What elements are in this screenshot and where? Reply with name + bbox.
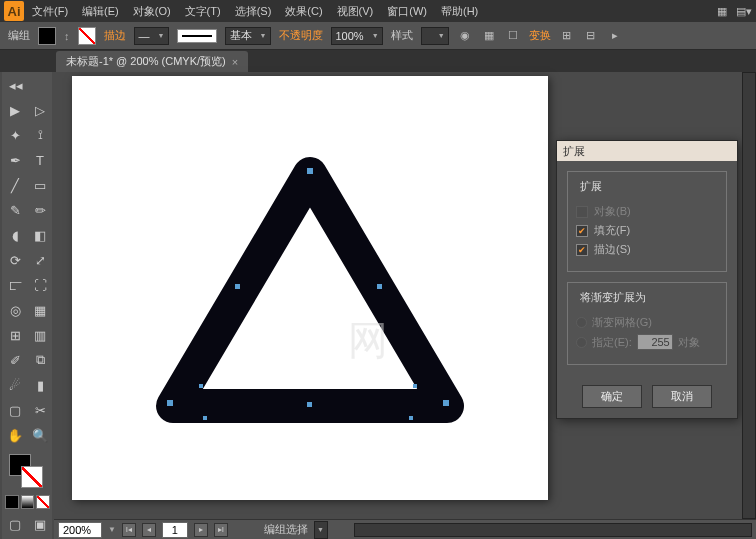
expand-section-title: 扩展 (576, 179, 606, 194)
fill-swatch[interactable] (38, 27, 56, 45)
prev-artboard-button[interactable]: ◂ (142, 523, 156, 537)
document-tab[interactable]: 未标题-1* @ 200% (CMYK/预览) × (56, 51, 248, 72)
options-bar: 编组 ↕ 描边 — 基本 不透明度 100% 样式 ◉ ▦ ☐ 变换 ⊞ ⊟ ▸ (0, 22, 756, 50)
document-tabbar: 未标题-1* @ 200% (CMYK/预览) × (0, 50, 756, 72)
rectangle-tool[interactable]: ▭ (28, 173, 52, 197)
stroke-label[interactable]: 描边 (104, 28, 126, 43)
screen-mode-full[interactable]: ▣ (28, 512, 52, 536)
brush-preview[interactable] (177, 29, 217, 43)
slice-tool[interactable]: ✂ (28, 398, 52, 422)
last-artboard-button[interactable]: ▸I (214, 523, 228, 537)
next-artboard-button[interactable]: ▸ (194, 523, 208, 537)
rotate-tool[interactable]: ⟳ (3, 248, 27, 272)
checkbox-fill[interactable]: ✔ (576, 225, 588, 237)
recolor-icon[interactable]: ◉ (457, 28, 473, 44)
svg-rect-6 (199, 384, 203, 388)
blob-brush-tool[interactable]: ◖ (3, 223, 27, 247)
svg-rect-7 (413, 384, 417, 388)
paintbrush-tool[interactable]: ✎ (3, 198, 27, 222)
mesh-tool[interactable]: ⊞ (3, 323, 27, 347)
svg-rect-3 (235, 284, 240, 289)
direct-selection-tool[interactable]: ▷ (28, 98, 52, 122)
brush-select[interactable]: 基本 (225, 27, 271, 45)
type-tool[interactable]: T (28, 148, 52, 172)
zoom-input[interactable] (58, 522, 102, 538)
lasso-tool[interactable]: ⟟ (28, 123, 52, 147)
toolbox-collapse[interactable]: ◂◂ (3, 73, 27, 97)
opacity-select[interactable]: 100% (331, 27, 383, 45)
ok-button[interactable]: 确定 (582, 385, 642, 408)
horizontal-scrollbar[interactable] (354, 523, 752, 537)
menu-window[interactable]: 窗口(W) (381, 2, 433, 21)
first-artboard-button[interactable]: I◂ (122, 523, 136, 537)
status-mode-dropdown[interactable] (314, 521, 328, 539)
specify-unit-label: 对象 (678, 335, 700, 350)
transform-xy-icon[interactable]: ⊞ (559, 28, 575, 44)
swap-icon[interactable]: ↕ (64, 30, 70, 42)
magic-wand-tool[interactable]: ✦ (3, 123, 27, 147)
menu-type[interactable]: 文字(T) (179, 2, 227, 21)
transform-label[interactable]: 变换 (529, 28, 551, 43)
menu-effect[interactable]: 效果(C) (279, 2, 328, 21)
width-tool[interactable]: ⫍ (3, 273, 27, 297)
blend-tool[interactable]: ⧉ (28, 348, 52, 372)
screen-mode-normal[interactable]: ▢ (3, 512, 27, 536)
gradient-tool[interactable]: ▥ (28, 323, 52, 347)
line-tool[interactable]: ╱ (3, 173, 27, 197)
perspective-tool[interactable]: ▦ (28, 298, 52, 322)
arrange-icon[interactable]: ▤▾ (736, 3, 752, 19)
panel-tabbar[interactable]: 扩展 (557, 141, 737, 161)
menu-help[interactable]: 帮助(H) (435, 2, 484, 21)
artboard[interactable]: 网 (72, 76, 548, 500)
triangle-shape[interactable] (155, 156, 465, 436)
eyedropper-tool[interactable]: ✐ (3, 348, 27, 372)
stroke-weight-select[interactable]: — (134, 27, 169, 45)
color-mode-solid[interactable] (5, 495, 19, 509)
free-transform-tool[interactable]: ⛶ (28, 273, 52, 297)
menu-view[interactable]: 视图(V) (331, 2, 380, 21)
shape-builder-tool[interactable]: ◎ (3, 298, 27, 322)
checkbox-object (576, 206, 588, 218)
hand-tool[interactable]: ✋ (3, 423, 27, 447)
more-icon[interactable]: ▸ (607, 28, 623, 44)
style-select[interactable] (421, 27, 449, 45)
menu-file[interactable]: 文件(F) (26, 2, 74, 21)
checkbox-object-label: 对象(B) (594, 204, 631, 219)
zoom-tool[interactable]: 🔍 (28, 423, 52, 447)
scale-tool[interactable]: ⤢ (28, 248, 52, 272)
menu-edit[interactable]: 编辑(E) (76, 2, 125, 21)
opacity-label[interactable]: 不透明度 (279, 28, 323, 43)
artboard-tool[interactable]: ▢ (3, 398, 27, 422)
cancel-button[interactable]: 取消 (652, 385, 712, 408)
group-label: 编组 (8, 28, 30, 43)
transform-wh-icon[interactable]: ⊟ (583, 28, 599, 44)
selection-tool[interactable]: ▶ (3, 98, 27, 122)
symbol-sprayer-tool[interactable]: ☄ (3, 373, 27, 397)
stroke-swatch[interactable] (78, 27, 96, 45)
specify-count-input[interactable] (637, 334, 673, 350)
menu-object[interactable]: 对象(O) (127, 2, 177, 21)
zoom-dropdown-icon[interactable]: ▼ (108, 525, 116, 534)
graph-tool[interactable]: ▮ (28, 373, 52, 397)
menu-bar: Ai 文件(F) 编辑(E) 对象(O) 文字(T) 选择(S) 效果(C) 视… (0, 0, 756, 22)
artboard-number-input[interactable] (162, 522, 188, 538)
vertical-scrollbar[interactable] (742, 72, 756, 519)
pencil-tool[interactable]: ✏ (28, 198, 52, 222)
isolate-icon[interactable]: ☐ (505, 28, 521, 44)
status-bar: ▼ I◂ ◂ ▸ ▸I 编组选择 (54, 519, 756, 539)
pen-tool[interactable]: ✒ (3, 148, 27, 172)
color-mode-none[interactable] (36, 495, 50, 509)
svg-rect-5 (307, 402, 312, 407)
svg-rect-2 (443, 400, 449, 406)
radio-specify (576, 337, 587, 348)
menu-select[interactable]: 选择(S) (229, 2, 278, 21)
align-icon[interactable]: ▦ (481, 28, 497, 44)
color-mode-gradient[interactable] (21, 495, 35, 509)
layout-icon[interactable]: ▦ (714, 3, 730, 19)
close-icon[interactable]: × (232, 56, 238, 68)
checkbox-stroke[interactable]: ✔ (576, 244, 588, 256)
stroke-color[interactable] (21, 466, 43, 488)
eraser-tool[interactable]: ◧ (28, 223, 52, 247)
radio-specify-label: 指定(E): (592, 335, 632, 350)
fill-stroke-control[interactable] (3, 452, 52, 488)
